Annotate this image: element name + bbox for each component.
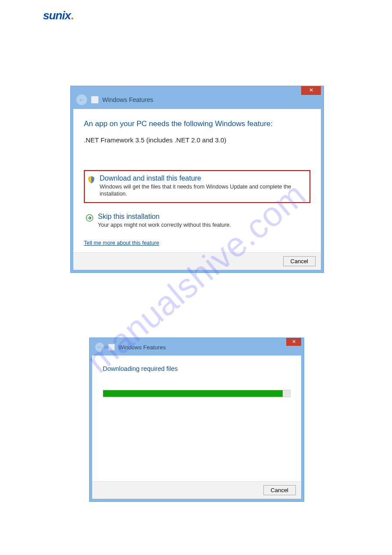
tell-me-more-link[interactable]: Tell me more about this feature xyxy=(84,240,159,246)
progress-fill xyxy=(103,390,283,397)
option-desc: Windows will get the files that it needs… xyxy=(100,183,305,198)
shield-icon xyxy=(87,176,95,184)
close-icon: ✕ xyxy=(292,339,296,344)
option-download-install[interactable]: Download and install this feature Window… xyxy=(84,170,310,203)
arrow-right-circle-icon xyxy=(86,214,94,222)
close-button[interactable]: ✕ xyxy=(301,86,321,95)
dialog-title: Windows Features xyxy=(102,96,153,103)
cancel-button[interactable]: Cancel xyxy=(283,256,316,266)
option-title: Skip this installation xyxy=(98,213,231,221)
button-row: Cancel xyxy=(92,481,301,499)
option-body: Download and install this feature Window… xyxy=(100,174,305,198)
progress-bar xyxy=(103,390,291,397)
feature-name: .NET Framework 3.5 (includes .NET 2.0 an… xyxy=(84,136,310,144)
titlebar: ✕ ← Windows Features xyxy=(71,86,324,109)
windows-features-dialog-progress: ✕ ← Windows Features Downloading require… xyxy=(89,337,304,502)
option-title: Download and install this feature xyxy=(100,174,305,182)
dialog-body: An app on your PC needs the following Wi… xyxy=(73,109,321,270)
header-row: ← Windows Features xyxy=(95,342,166,352)
button-row: Cancel xyxy=(73,252,321,270)
windows-features-icon xyxy=(108,344,115,351)
status-text: Downloading required files xyxy=(103,365,291,372)
back-button[interactable]: ← xyxy=(76,94,87,105)
logo-dot-icon: . xyxy=(71,9,73,22)
dialog-body: Downloading required files Cancel xyxy=(92,355,301,499)
cancel-button[interactable]: Cancel xyxy=(263,485,296,495)
logo-text: sunix xyxy=(43,9,71,22)
close-button[interactable]: ✕ xyxy=(286,338,301,346)
option-desc: Your apps might not work correctly witho… xyxy=(98,221,231,229)
dialog-title: Windows Features xyxy=(119,344,166,351)
close-icon: ✕ xyxy=(309,87,313,93)
option-skip-install[interactable]: Skip this installation Your apps might n… xyxy=(84,210,310,232)
back-button[interactable]: ← xyxy=(95,342,104,352)
windows-features-icon xyxy=(91,96,99,104)
main-heading: An app on your PC needs the following Wi… xyxy=(84,120,310,128)
brand-logo: sunix. xyxy=(43,9,73,22)
option-body: Skip this installation Your apps might n… xyxy=(98,213,231,229)
header-row: ← Windows Features xyxy=(76,94,153,105)
titlebar: ✕ ← Windows Features xyxy=(90,338,304,355)
windows-features-dialog-choice: ✕ ← Windows Features An app on your PC n… xyxy=(70,86,324,273)
arrow-left-icon: ← xyxy=(97,344,102,350)
arrow-left-icon: ← xyxy=(79,96,85,103)
